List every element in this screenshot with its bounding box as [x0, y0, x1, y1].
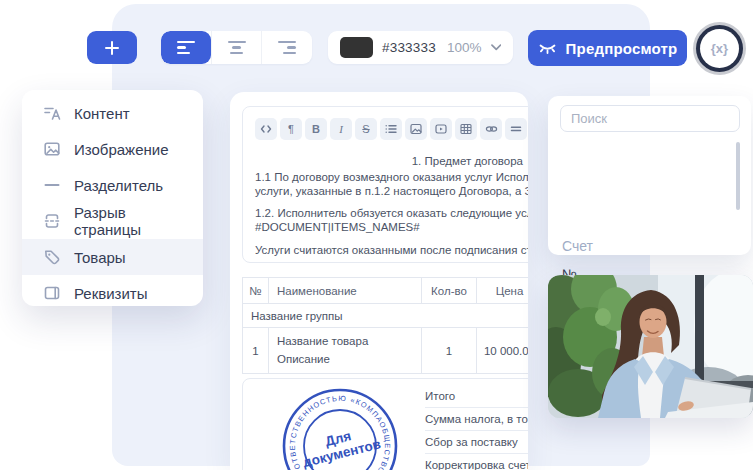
bold-icon[interactable]: B [305, 118, 327, 140]
align-left-button[interactable] [161, 31, 211, 64]
preview-button-label: Предпросмотр [566, 40, 678, 57]
paragraph-icon[interactable]: ¶ [280, 118, 302, 140]
align-justify-icon[interactable] [505, 118, 527, 140]
contract-section-title: 1. Предмет договора [255, 155, 523, 167]
insert-block-menu: Контент Изображение Разделитель [22, 90, 203, 306]
align-right-button[interactable] [261, 31, 312, 64]
col-qty: Кол-во [422, 278, 477, 304]
menu-item-requisites[interactable]: Реквизиты [22, 275, 203, 311]
total-row: Корректировка счета [425, 454, 528, 470]
totals-list: Итого Сумма налога, в том числе Сбор за … [425, 385, 528, 470]
menu-item-label: Контент [74, 105, 130, 122]
total-row: Сумма налога, в том числе [425, 408, 528, 431]
italic-icon[interactable]: I [330, 118, 352, 140]
text-icon [43, 104, 61, 122]
fields-scrollbar[interactable] [736, 142, 740, 210]
insert-image-icon[interactable] [405, 118, 427, 140]
table-header-row: № Наименование Кол-во Цена [243, 278, 529, 304]
color-picker-control[interactable]: #333333 100% [328, 31, 513, 64]
table-row[interactable]: 1 Название товара Описание 1 10 000.00 [243, 328, 529, 374]
menu-item-label: Товары [74, 249, 126, 266]
align-right-icon [278, 41, 296, 55]
image-icon [43, 140, 61, 158]
item-name: Название товара [277, 333, 413, 350]
rich-text-toolbar: ¶ B I S [255, 118, 528, 140]
color-swatch[interactable] [340, 37, 373, 58]
app-canvas: #333333 100% Предпросмотр {x} Контент [0, 0, 753, 470]
photo-woman-laptop [548, 275, 753, 418]
col-name: Наименование [269, 278, 422, 304]
col-number: № [243, 278, 269, 304]
color-hex-value: #333333 [382, 40, 436, 55]
list-icon[interactable] [380, 118, 402, 140]
eye-closed-icon [538, 41, 557, 55]
fields-panel: Счет № Номер счета Дата счета [548, 96, 751, 255]
company-stamp: ОБЩЕСТВО С ОГРАНИЧЕННОЙ ОТВЕТСТВЕННОСТЬЮ… [265, 371, 415, 470]
col-price: Цена [477, 278, 529, 304]
alignment-button-group [161, 31, 312, 64]
page-break-icon [43, 212, 61, 230]
contract-variable-placeholder: #DOCUMENT|ITEMS_NAMES# [255, 221, 420, 233]
document-preview-card: ¶ B I S [230, 92, 528, 470]
menu-item-label: Разрыв страницы [74, 204, 193, 238]
preview-button[interactable]: Предпросмотр [528, 30, 687, 66]
item-qty: 1 [422, 328, 477, 374]
insert-table-icon[interactable] [455, 118, 477, 140]
chevron-down-icon [491, 44, 502, 51]
contract-paragraph: услуги, указанные в п.1.2 настоящего Дог… [255, 185, 528, 197]
item-price: 10 000.00 [477, 328, 529, 374]
align-left-icon [177, 41, 195, 55]
document-footer-block[interactable]: ОБЩЕСТВО С ОГРАНИЧЕННОЙ ОТВЕТСТВЕННОСТЬЮ… [242, 378, 528, 470]
photo-illustration [548, 275, 753, 418]
tag-icon [43, 248, 61, 266]
total-row: Итого [425, 385, 528, 408]
variables-badge-button[interactable]: {x} [696, 25, 743, 72]
add-block-button[interactable] [87, 31, 137, 64]
contract-paragraph: 1.1 По договору возмездного оказания усл… [255, 171, 528, 183]
field-group-label: Счет [562, 238, 593, 254]
insert-video-icon[interactable] [430, 118, 452, 140]
align-center-icon [228, 41, 246, 55]
item-description: Описание [277, 351, 413, 368]
group-name: Название группы [243, 304, 529, 328]
variables-badge-label: {x} [700, 29, 739, 68]
strikethrough-icon[interactable]: S [355, 118, 377, 140]
code-icon[interactable] [255, 118, 277, 140]
menu-item-content[interactable]: Контент [22, 95, 203, 131]
opacity-value: 100% [447, 40, 482, 55]
contract-paragraph: Услуги считаются оказанными после подпис… [255, 244, 528, 256]
menu-item-divider[interactable]: Разделитель [22, 167, 203, 203]
menu-item-label: Изображение [74, 141, 169, 158]
item-name-cell: Название товара Описание [269, 328, 422, 374]
divider-icon [43, 176, 61, 194]
contract-paragraph: 1.2. Исполнитель обязуется оказать следу… [255, 207, 528, 219]
align-center-button[interactable] [211, 31, 262, 64]
plus-icon [105, 41, 119, 55]
item-number: 1 [243, 328, 269, 374]
menu-item-products[interactable]: Товары [22, 239, 203, 275]
document-text-block[interactable]: ¶ B I S [242, 106, 528, 263]
products-table[interactable]: № Наименование Кол-во Цена Название груп… [242, 277, 528, 374]
card-icon [43, 284, 61, 302]
link-icon[interactable] [480, 118, 502, 140]
table-group-row[interactable]: Название группы [243, 304, 529, 328]
menu-item-page-break[interactable]: Разрыв страницы [22, 203, 203, 239]
menu-item-label: Разделитель [74, 177, 163, 194]
search-input[interactable] [560, 105, 740, 132]
menu-item-image[interactable]: Изображение [22, 131, 203, 167]
total-row: Сбор за поставку [425, 431, 528, 454]
menu-item-label: Реквизиты [74, 285, 148, 302]
